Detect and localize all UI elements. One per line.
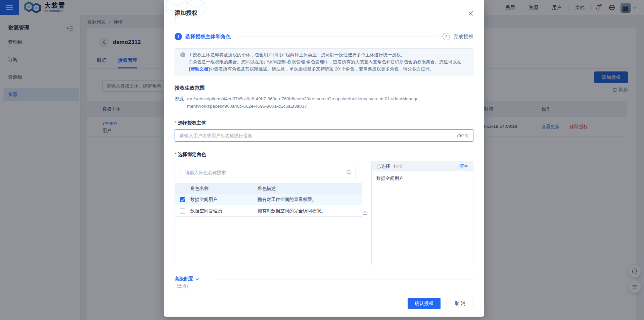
advanced-config-link[interactable]: 高级配置 [175,276,199,282]
selected-label: 已选择 [376,163,390,169]
checkbox-unchecked[interactable] [180,208,185,214]
chevron-down-icon [195,278,199,280]
scope-row: 资源 /rm/subscriptions/44ed37b5-a0e8-49b7-… [175,95,473,110]
step-1-indicator: 1 [175,33,182,40]
add-authorization-modal: 添加授权 1 选择授权主体和角色 2 完成授权 i 1.授权主体是即将被授权的个… [164,0,484,317]
resource-path: /rm/subscriptions/44ed37b5-a0e8-49b7-963… [187,95,419,110]
role-table: 角色名称 角色描述 数据空间用户 拥有对工作空间的查看权限。 数据空间管理员 拥… [175,183,362,217]
role-table-header: 角色名称 角色描述 [175,183,362,194]
selected-count: 1/20 [394,164,402,169]
selected-role-item: 数据空间用户 [376,175,468,181]
step-1-label: 选择授权主体和角色 [185,34,231,40]
required-asterisk: * [175,152,176,157]
info-icon: i [180,52,185,57]
role-desc-column: 角色描述 [258,185,362,192]
transfer-gap [362,161,371,265]
step-2-indicator: 2 [443,33,450,40]
close-icon [468,11,473,16]
role-name: 数据空间管理员 [190,208,258,214]
selected-items: 数据空间用户 [372,171,473,185]
selected-header: 已选择 1/20 清空 [372,161,473,171]
required-asterisk: * [175,120,176,125]
modal-footer: 确认授权 取 消 [175,298,473,309]
step-2-label: 完成授权 [453,34,473,40]
role-desc: 拥有对数据空间的完全访问权限。 [258,208,362,214]
role-row-data-space-user[interactable]: 数据空间用户 拥有对工作空间的查看权限。 [175,194,362,205]
clear-selection-link[interactable]: 清空 [459,163,468,169]
transfer-arrows-icon [362,211,368,216]
scope-heading: 授权生效范围 [175,85,473,91]
scope-label: 资源 [175,95,184,110]
role-transfer: 角色名称 角色描述 数据空间用户 拥有对工作空间的查看权限。 数据空间管理员 拥… [175,161,473,265]
optional-hint: (选填) [177,283,473,289]
modal-header: 添加授权 [164,0,484,17]
close-button[interactable] [467,10,474,17]
modal-body: 1 选择授权主体和角色 2 完成授权 i 1.授权主体是即将被授权的个体，包含用… [164,33,484,309]
role-desc: 拥有对工作空间的查看权限。 [258,197,362,203]
role-search-input[interactable] [185,170,346,175]
confirm-authorization-button[interactable]: 确认授权 [408,298,441,309]
subject-count: (0/20) [457,133,468,138]
subject-search-input[interactable] [180,133,457,138]
step-connector [236,37,437,37]
role-search-wrap [181,167,356,178]
info-line-2: 2.角色是一组权限的集合。您可以在用户访问控制-权限管理-角色管理中，查看所有的… [189,58,467,72]
cancel-button[interactable]: 取 消 [447,298,473,309]
role-name: 数据空间用户 [190,197,258,203]
subject-input-wrap: (0/20) [175,129,473,142]
app-root: 大装置 sensecore 费用 资源 用户 文档 [0,0,644,320]
modal-title: 添加授权 [175,9,473,17]
info-banner: i 1.授权主体是即将被授权的个体，包含用户和用户组两种主体类型，您可以一次性选… [175,48,473,76]
dashed-divider [216,279,473,279]
search-icon[interactable] [346,170,352,175]
subject-field-label: *选择授权主体 [175,120,473,126]
info-line-1: 1.授权主体是即将被授权的个体，包含用户和用户组两种主体类型，您可以一次性选择多… [189,51,467,58]
role-list-panel: 角色名称 角色描述 数据空间用户 拥有对工作空间的查看权限。 数据空间管理员 拥… [175,161,362,265]
role-name-column: 角色名称 [190,185,258,192]
advanced-config-row: 高级配置 [175,276,473,282]
help-doc-link[interactable]: [帮助文档] [189,66,210,71]
selected-roles-panel: 已选择 1/20 清空 数据空间用户 [371,161,473,265]
checkbox-checked[interactable] [180,197,185,202]
role-field-label: *选择绑定角色 [175,152,473,158]
role-row-data-space-admin[interactable]: 数据空间管理员 拥有对数据空间的完全访问权限。 [175,205,362,217]
stepper: 1 选择授权主体和角色 2 完成授权 [175,33,473,40]
